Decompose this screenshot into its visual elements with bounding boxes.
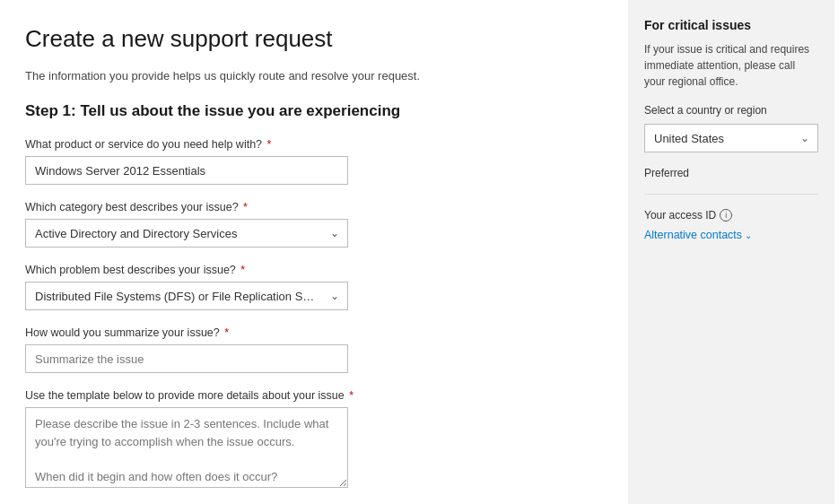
category-label: Which category best describes your issue… (25, 201, 599, 213)
summary-input[interactable] (25, 344, 348, 373)
details-label: Use the template below to provide more d… (25, 389, 599, 402)
intro-text: The information you provide helps us qui… (25, 69, 599, 83)
required-star-2: * (240, 201, 248, 213)
category-group: Which category best describes your issue… (25, 201, 599, 248)
category-select-wrapper[interactable]: Active Directory and Directory Services … (25, 219, 348, 248)
product-input[interactable] (25, 156, 348, 185)
access-id-label: Your access ID i (644, 209, 818, 222)
page-layout: Create a new support request The informa… (0, 0, 838, 504)
page-title: Create a new support request (25, 25, 599, 53)
details-group: Use the template below to provide more d… (25, 389, 599, 491)
sidebar-title: For critical issues (644, 18, 818, 32)
product-label: What product or service do you need help… (25, 138, 599, 151)
step-heading: Step 1: Tell us about the issue you are … (25, 102, 599, 120)
details-textarea[interactable] (25, 407, 348, 488)
alternative-contacts-chevron-icon: ⌄ (745, 230, 752, 240)
product-group: What product or service do you need help… (25, 138, 599, 185)
required-star-4: * (222, 326, 229, 339)
required-star: * (264, 138, 271, 151)
problem-group: Which problem best describes your issue?… (25, 264, 599, 310)
summary-group: How would you summarize your issue? * (25, 326, 599, 373)
alternative-contacts-link[interactable]: Alternative contacts ⌄ (644, 229, 818, 241)
sidebar: For critical issues If your issue is cri… (628, 0, 834, 504)
required-star-3: * (238, 264, 245, 276)
sidebar-description: If your issue is critical and requires i… (644, 41, 818, 90)
country-label: Select a country or region (644, 104, 818, 117)
problem-label: Which problem best describes your issue?… (25, 264, 599, 276)
preferred-label: Preferred (644, 167, 818, 179)
divider (644, 194, 818, 195)
main-content: Create a new support request The informa… (0, 0, 628, 504)
problem-select[interactable]: Distributed File Systems (DFS) or File R… (25, 282, 348, 310)
access-id-info-icon[interactable]: i (720, 209, 732, 222)
required-star-5: * (346, 389, 354, 402)
problem-select-wrapper[interactable]: Distributed File Systems (DFS) or File R… (25, 282, 348, 310)
category-select[interactable]: Active Directory and Directory Services (25, 219, 348, 248)
country-select[interactable]: United States (644, 124, 818, 152)
summary-label: How would you summarize your issue? * (25, 326, 599, 339)
country-select-wrapper[interactable]: United States ⌄ (644, 124, 818, 152)
